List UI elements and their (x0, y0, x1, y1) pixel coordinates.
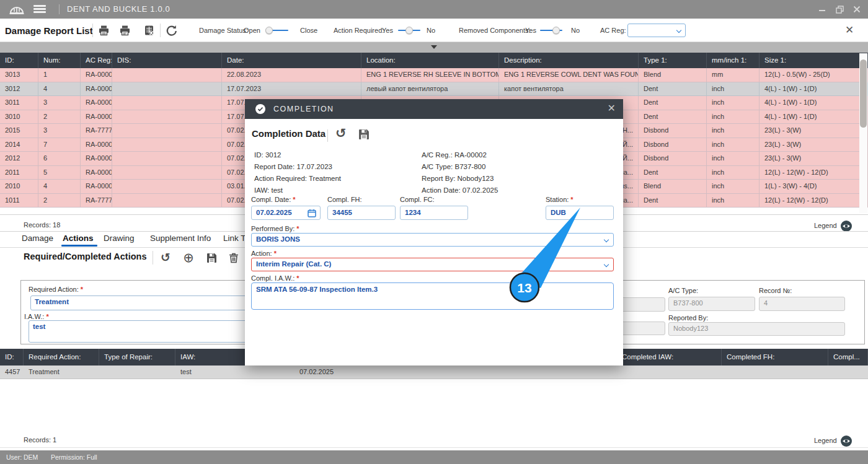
column-header[interactable]: Completed FH: (722, 349, 828, 366)
actions-table-row[interactable]: 4457Treatmenttest07.02.2025 (0, 366, 868, 379)
close-window-button[interactable] (848, 0, 866, 19)
scrollbar-thumb[interactable] (860, 59, 867, 128)
table-cell: 2012 (0, 152, 38, 165)
table-cell: 23(L) - 3(W) (760, 124, 868, 138)
compl-fh-label: Compl. FH: (327, 196, 362, 203)
table-cell (617, 366, 722, 379)
table-cell (99, 366, 175, 379)
table-cell: 4457 (0, 366, 24, 379)
column-header[interactable]: Type of Repair: (99, 349, 175, 366)
status-user: User: DEM (6, 453, 38, 461)
tab-supplement-info[interactable]: Supplement Info (150, 234, 211, 243)
table-cell: inch (707, 124, 760, 138)
removed-components-toggle[interactable] (540, 26, 562, 35)
tab-actions[interactable]: Actions (63, 234, 94, 243)
table-cell: Dent (639, 166, 707, 180)
table-cell: 12(L) - 0.5(W) - 25(D) (760, 68, 868, 82)
save-icon[interactable] (205, 251, 218, 265)
completion-data-title: Completion Data (252, 128, 326, 139)
station-input[interactable]: DUB (546, 206, 614, 220)
tab-drawing[interactable]: Drawing (104, 234, 135, 243)
info-action-date: Action Date: 07.02.2025 (422, 186, 498, 194)
table-cell: RA-00003 (81, 138, 112, 152)
compl-iaw-textarea[interactable]: SRM ATA 56-09-87 Inspection Item.3 (251, 282, 614, 310)
table-cell (112, 138, 222, 152)
add-action-icon[interactable]: ⊕ (182, 251, 195, 265)
action-required-toggle[interactable] (398, 26, 420, 35)
report-table-row[interactable]: 30131RA-0000522.08.2023ENG 1 REVERSE RH … (0, 68, 868, 82)
table-cell: Disbond (639, 138, 707, 152)
table-cell: 7 (38, 138, 81, 152)
column-header[interactable]: ID: (0, 349, 24, 366)
records-count: Records: 18 (24, 221, 60, 229)
ac-reg-select[interactable] (627, 24, 686, 37)
vertical-scrollbar[interactable] (859, 53, 867, 213)
reported-by-input: Nobody123 (668, 322, 845, 336)
app-window: DENT AND BUCKLE 1.0.0 Damage Report List… (0, 0, 868, 464)
table-cell (722, 366, 828, 379)
column-header[interactable]: AC Reg: (81, 53, 112, 68)
table-cell: Blend (639, 180, 707, 193)
compl-date-input[interactable]: 07.02.2025 (251, 206, 321, 220)
table-cell: ENG 1 REVERSE RH SLEEVE IN BOTTOM PLACE.… (361, 68, 499, 82)
refresh-icon[interactable] (165, 24, 179, 37)
table-cell: 4(L) - 1(W) - 1(D) (760, 96, 868, 110)
ac-reg-label: AC Reg: (600, 27, 626, 34)
table-cell: RA-00003 (81, 166, 112, 180)
column-header[interactable]: Completed IAW: (617, 349, 722, 366)
table-cell: 1(L) - 3(W) - 4(D) (760, 180, 868, 193)
chevron-down-icon (676, 27, 681, 32)
export-excel-icon[interactable] (142, 24, 156, 37)
compl-fc-input[interactable]: 1234 (400, 206, 468, 220)
print-report-icon[interactable] (118, 24, 131, 37)
column-header[interactable]: Date: (222, 53, 361, 68)
close-panel-icon[interactable]: ✕ (845, 25, 854, 36)
dialog-close-icon[interactable]: ✕ (608, 102, 616, 114)
column-header[interactable]: DIS: (112, 53, 222, 68)
column-header[interactable]: Compl... (828, 349, 868, 366)
legend-eye-icon[interactable] (840, 220, 852, 232)
column-header[interactable]: Size 1: (760, 53, 868, 68)
table-cell (112, 180, 222, 193)
info-iaw: IAW: test (254, 186, 283, 194)
report-table-row[interactable]: 30124RA-0000217.07.2023левый капот венти… (0, 82, 868, 97)
action-required-no-label: No (427, 27, 435, 34)
removed-components-label: Removed Components: (459, 27, 531, 34)
table-cell: 3010 (0, 110, 38, 124)
app-logo-icon (9, 3, 25, 15)
table-cell: Blend (639, 68, 707, 82)
active-tab-underline (61, 245, 97, 247)
table-cell: капот вентилятора (499, 82, 639, 96)
column-header[interactable]: Type 1: (639, 53, 707, 68)
actions-records-count: Records: 1 (24, 436, 56, 444)
dialog-save-icon[interactable] (358, 129, 370, 140)
undo-icon[interactable]: ↺ (159, 251, 172, 265)
delete-icon[interactable] (227, 251, 241, 265)
column-header[interactable]: mm/inch 1: (707, 53, 760, 68)
damage-status-toggle[interactable] (266, 26, 288, 35)
dialog-undo-icon[interactable]: ↺ (335, 127, 347, 139)
performed-by-select[interactable]: BORIS JONS (251, 233, 614, 247)
action-label: Action: (251, 250, 277, 257)
record-no-label: Record №: (759, 287, 792, 294)
tab-damage[interactable]: Damage (22, 234, 53, 243)
filter-collapse-strip[interactable] (0, 42, 868, 53)
action-select[interactable]: Interim Repair (Cat. C) (251, 258, 614, 271)
table-cell (112, 194, 222, 208)
column-header[interactable]: ID: (0, 53, 38, 68)
actions-legend-eye-icon[interactable] (840, 435, 852, 447)
completion-dialog-header: COMPLETION ✕ (245, 99, 623, 119)
table-cell: RA-00002 (81, 82, 112, 96)
calendar-icon[interactable] (308, 209, 316, 217)
column-header[interactable]: Num: (38, 53, 81, 68)
column-header[interactable]: Location: (361, 53, 499, 68)
minimize-button[interactable] (813, 0, 831, 19)
menu-icon[interactable] (33, 5, 46, 14)
column-header[interactable]: Description: (499, 53, 639, 68)
restore-button[interactable] (831, 0, 848, 19)
compl-fh-input[interactable]: 34455 (327, 206, 396, 220)
print-icon[interactable] (97, 24, 110, 37)
table-cell (828, 366, 868, 379)
column-header[interactable]: Required Action: (24, 349, 99, 366)
removed-components-yes-label: Yes (525, 27, 536, 34)
